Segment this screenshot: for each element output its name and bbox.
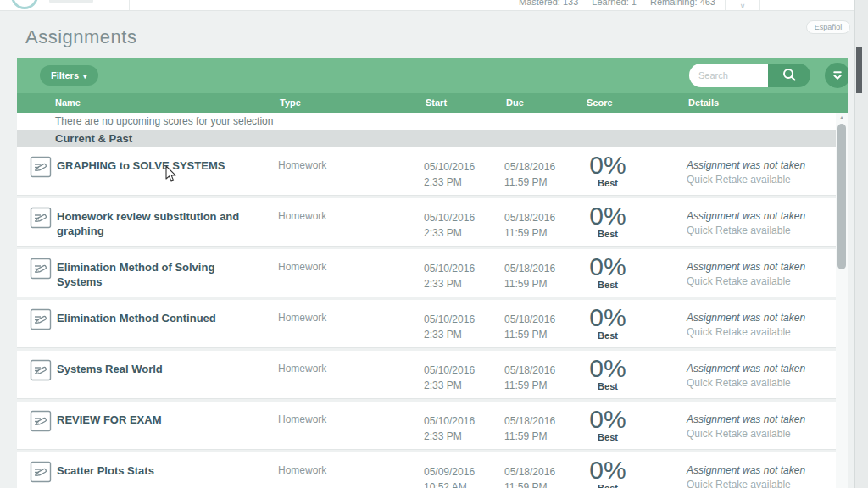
column-header-details[interactable]: Details [688,97,719,108]
score-block: 0% Best [572,304,643,341]
no-upcoming-notice-row: There are no upcoming scores for your se… [17,113,848,130]
brand-logo-ring [11,0,38,9]
start-datetime: 05/10/2016 2:33 PM [424,261,475,291]
column-header-score[interactable]: Score [587,97,613,108]
collapse-icon [830,68,845,83]
scrollbar-thumb[interactable] [837,124,846,269]
assignment-name-link[interactable]: Scatter Plots Stats [57,463,259,478]
column-header-name[interactable]: Name [55,97,81,108]
due-date: 05/18/2016 [504,210,555,225]
assignment-row[interactable]: Elimination Method Continued Homework 05… [17,300,836,348]
due-date: 05/18/2016 [504,413,555,429]
language-toggle-button[interactable]: Español [806,20,850,34]
due-date: 05/18/2016 [504,312,555,327]
assignment-name-link[interactable]: Elimination Method of Solving Systems [57,260,259,289]
table-toolbar: Filters▾ [17,58,848,93]
assignment-name-link[interactable]: REVIEW FOR EXAM [57,413,259,427]
due-datetime: 05/18/2016 11:59 PM [504,413,555,444]
column-header-due[interactable]: Due [506,97,524,108]
due-datetime: 05/18/2016 11:59 PM [504,312,555,342]
start-time: 10:52 AM [424,480,475,488]
collapse-all-button[interactable] [825,63,848,88]
caret-down-icon: ▾ [83,72,87,80]
stats-dropdown-button[interactable]: ∨ [725,0,760,11]
start-datetime: 05/09/2016 10:52 AM [424,464,475,488]
details-block: Assignment was not taken Quick Retake av… [687,362,805,391]
stat-mastered: Mastered: 133 [519,0,578,7]
due-date: 05/18/2016 [504,363,555,378]
score-label: Best [572,381,643,391]
due-date: 05/18/2016 [504,159,555,175]
table-header-row: Name Type Start Due Score Details [17,93,848,113]
detail-retake: Quick Retake available [687,274,805,289]
assignment-name-link[interactable]: Homework review substitution and graphin… [57,209,259,238]
start-datetime: 05/10/2016 2:33 PM [424,413,475,444]
assignment-pencil-icon [30,207,52,229]
detail-status: Assignment was not taken [687,158,805,173]
start-time: 2:33 PM [424,378,475,393]
due-time: 11:59 PM [504,175,555,190]
section-header-row: Current & Past [17,130,836,147]
score-label: Best [572,178,643,188]
start-date: 05/10/2016 [424,312,475,327]
assignment-row[interactable]: Systems Real World Homework 05/10/2016 2… [17,351,836,399]
column-header-start[interactable]: Start [426,97,447,108]
start-date: 05/10/2016 [424,363,475,378]
filters-button-label: Filters [51,70,79,80]
score-value: 0% [572,406,643,433]
assignment-row[interactable]: Elimination Method of Solving Systems Ho… [17,249,836,297]
detail-retake: Quick Retake available [687,173,805,187]
filters-button[interactable]: Filters▾ [40,65,98,86]
detail-status: Assignment was not taken [687,413,805,427]
detail-status: Assignment was not taken [687,311,805,325]
chevron-down-icon: ∨ [726,2,760,10]
due-datetime: 05/18/2016 11:59 PM [504,210,555,241]
score-block: 0% Best [572,406,643,442]
section-title: Current & Past [55,130,132,147]
assignment-pencil-icon [30,308,52,330]
search-icon [781,67,798,84]
logo-placeholder [49,0,93,3]
assignment-name-link[interactable]: Systems Real World [57,362,259,376]
detail-status: Assignment was not taken [687,209,805,224]
score-label: Best [572,330,643,341]
score-value: 0% [572,304,643,331]
details-block: Assignment was not taken Quick Retake av… [687,311,805,340]
start-date: 05/10/2016 [424,413,475,429]
due-time: 11:59 PM [504,378,555,393]
scroll-up-arrow-icon[interactable]: ▲ [836,114,848,120]
assignment-type: Homework [278,363,326,374]
assignment-row[interactable]: REVIEW FOR EXAM Homework 05/10/2016 2:33… [17,402,836,450]
detail-status: Assignment was not taken [687,463,805,478]
assignment-row[interactable]: Homework review substitution and graphin… [17,198,836,247]
search-button[interactable] [768,64,810,87]
detail-status: Assignment was not taken [687,260,805,274]
divider [129,0,130,11]
score-block: 0% Best [572,253,643,290]
assignment-name-link[interactable]: GRAPHING to SOLVE SYSTEMS [57,158,259,173]
start-date: 05/10/2016 [424,261,475,276]
score-value: 0% [572,152,643,179]
due-date: 05/18/2016 [504,464,555,480]
assignment-name-link[interactable]: Elimination Method Continued [57,311,259,325]
progress-stats: Mastered: 133 Learned: 1 Remaining: 463 [519,0,715,7]
table-scrollbar[interactable]: ▲ [836,113,848,488]
start-time: 2:33 PM [424,276,475,291]
score-value: 0% [572,355,643,382]
search-input[interactable] [689,64,768,87]
assignment-pencil-icon [30,461,52,483]
due-datetime: 05/18/2016 11:59 PM [504,159,555,190]
assignment-type: Homework [278,312,326,324]
due-datetime: 05/18/2016 11:59 PM [504,261,555,291]
score-label: Best [572,432,643,442]
detail-retake: Quick Retake available [687,376,805,391]
due-time: 11:59 PM [504,327,555,342]
start-time: 2:33 PM [424,175,475,190]
score-block: 0% Best [572,355,643,391]
assignment-pencil-icon [30,359,52,381]
details-block: Assignment was not taken Quick Retake av… [687,260,805,289]
column-header-type[interactable]: Type [280,97,301,108]
assignment-row[interactable]: GRAPHING to SOLVE SYSTEMS Homework 05/10… [17,147,836,196]
assignment-row[interactable]: Scatter Plots Stats Homework 05/09/2016 … [17,452,836,488]
assignment-rows: GRAPHING to SOLVE SYSTEMS Homework 05/10… [17,147,836,488]
